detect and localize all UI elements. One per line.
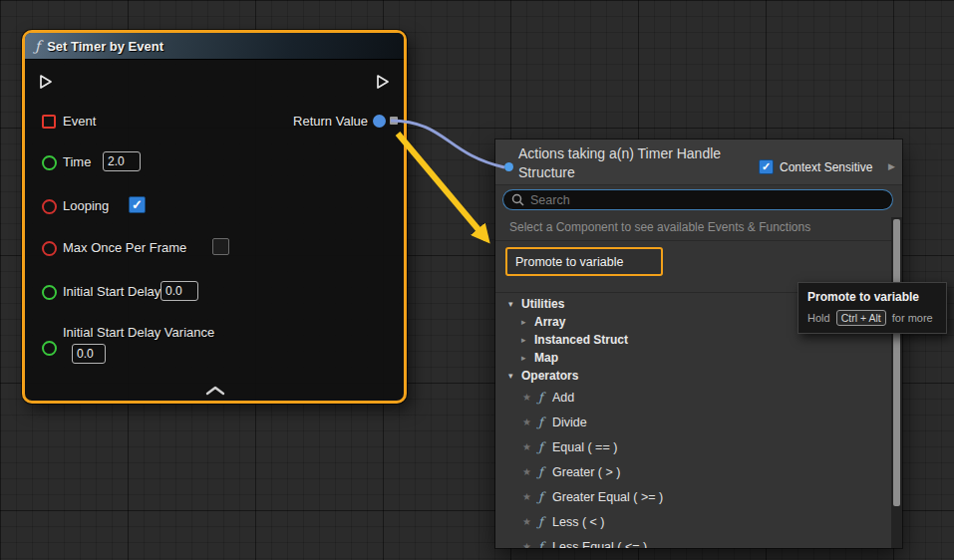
tooltip-hint: Hold Ctrl + Alt for more: [807, 310, 937, 326]
node-title: Set Timer by Event: [47, 39, 163, 54]
tree-item-label: Greater Equal ( >= ): [552, 490, 663, 504]
chevron-right-icon: ▸: [521, 353, 534, 363]
tree-category-operators[interactable]: ▾ Operators: [495, 367, 891, 385]
favorite-star-icon[interactable]: ★: [522, 516, 538, 527]
looping-pin[interactable]: [42, 199, 57, 214]
function-icon: ƒ: [538, 415, 551, 429]
tree-item-label: Less Equal ( <= ): [552, 540, 647, 549]
pin-options-arrow-icon[interactable]: ▶: [888, 161, 895, 171]
tree-category-map[interactable]: ▸ Map: [495, 349, 891, 367]
favorite-star-icon[interactable]: ★: [522, 491, 538, 502]
function-icon: ƒ: [35, 38, 40, 54]
event-delegate-pin[interactable]: [42, 115, 56, 129]
tree-item-label: Divide: [552, 416, 587, 429]
exec-output-pin[interactable]: [375, 74, 391, 90]
initial-start-delay-variance-input[interactable]: [72, 344, 106, 364]
dragged-pin-icon: [504, 162, 513, 171]
search-box[interactable]: [502, 189, 893, 210]
return-value-pin-label: Return Value: [293, 114, 368, 130]
tree-item-less-equal[interactable]: ★ ƒ Less Equal ( <= ): [495, 534, 891, 548]
time-value-input[interactable]: [103, 151, 141, 171]
event-pin-label: Event: [63, 114, 96, 130]
function-icon: ƒ: [538, 439, 551, 454]
looping-checkbox[interactable]: ✓: [129, 196, 146, 213]
favorite-star-icon[interactable]: ★: [522, 541, 538, 548]
tree-item-add[interactable]: ★ ƒ Add: [495, 385, 891, 410]
tree-item-less[interactable]: ★ ƒ Less ( < ): [495, 509, 891, 534]
context-sensitive-label: Context Sensitive: [780, 160, 872, 174]
function-icon: ƒ: [538, 390, 551, 405]
tooltip-keycap: Ctrl + Alt: [836, 310, 886, 326]
tree-item-equal[interactable]: ★ ƒ Equal ( == ): [495, 434, 891, 459]
scrollbar[interactable]: [891, 217, 902, 548]
chevron-down-icon: ▾: [508, 371, 521, 381]
function-icon: ƒ: [538, 464, 551, 479]
context-menu-title: Actions taking a(n) Timer Handle Structu…: [518, 144, 753, 182]
collapse-node-chevron-icon[interactable]: [204, 385, 226, 396]
search-icon: [511, 193, 524, 206]
function-icon: ƒ: [538, 489, 551, 504]
initial-start-delay-pin[interactable]: [42, 285, 57, 300]
favorite-star-icon[interactable]: ★: [522, 441, 538, 452]
chevron-right-icon: ▸: [521, 335, 534, 345]
context-menu-title-line2: Structure: [518, 163, 753, 182]
chevron-down-icon: ▾: [508, 299, 521, 309]
tree-item-label: Equal ( == ): [552, 440, 617, 454]
function-icon: ƒ: [538, 514, 551, 529]
return-value-pin[interactable]: [373, 115, 386, 128]
tooltip: Promote to variable Hold Ctrl + Alt for …: [797, 282, 947, 334]
blueprint-node-set-timer-by-event[interactable]: ƒ Set Timer by Event Event Return Value …: [22, 30, 407, 404]
time-pin-label: Time: [63, 154, 91, 170]
function-icon: ƒ: [538, 539, 551, 548]
tree-item-label: Less ( < ): [552, 515, 604, 529]
favorite-star-icon[interactable]: ★: [522, 466, 538, 477]
tooltip-suffix-text: for more: [892, 312, 933, 324]
component-hint-text: Select a Component to see available Even…: [509, 220, 810, 234]
check-icon: ✓: [132, 198, 143, 211]
time-pin[interactable]: [42, 155, 57, 170]
favorite-star-icon[interactable]: ★: [522, 417, 538, 427]
tree-category-label: Utilities: [521, 297, 564, 311]
promote-to-variable-button[interactable]: Promote to variable: [505, 247, 663, 276]
tree-category-label: Instanced Struct: [534, 333, 628, 347]
tooltip-hold-text: Hold: [807, 312, 830, 324]
tree-category-label: Operators: [521, 369, 578, 383]
tree-item-label: Add: [552, 391, 574, 405]
initial-start-delay-variance-pin-label: Initial Start Delay Variance: [63, 325, 214, 341]
check-icon: ✓: [762, 161, 771, 172]
tree-item-label: Greater ( > ): [552, 465, 620, 479]
context-menu-title-line1: Actions taking a(n) Timer Handle: [518, 144, 753, 163]
tree-item-divide[interactable]: ★ ƒ Divide: [495, 410, 891, 434]
tree-category-label: Map: [534, 351, 558, 365]
chevron-right-icon: ▸: [521, 317, 534, 327]
promote-to-variable-label: Promote to variable: [515, 255, 623, 269]
context-menu-header: Actions taking a(n) Timer Handle Structu…: [495, 140, 902, 185]
context-menu: Actions taking a(n) Timer Handle Structu…: [495, 140, 902, 548]
initial-start-delay-variance-pin[interactable]: [42, 341, 57, 356]
max-once-per-frame-pin-label: Max Once Per Frame: [63, 240, 186, 256]
context-sensitive-checkbox[interactable]: ✓: [759, 159, 774, 174]
initial-start-delay-pin-label: Initial Start Delay: [63, 284, 160, 300]
initial-start-delay-input[interactable]: [160, 281, 198, 301]
looping-pin-label: Looping: [63, 198, 109, 214]
node-header[interactable]: ƒ Set Timer by Event: [25, 33, 404, 60]
tree-item-greater-equal[interactable]: ★ ƒ Greater Equal ( >= ): [495, 484, 891, 509]
exec-input-pin[interactable]: [38, 74, 54, 90]
favorite-star-icon[interactable]: ★: [522, 392, 538, 403]
search-input[interactable]: [530, 193, 884, 207]
tree-item-greater[interactable]: ★ ƒ Greater ( > ): [495, 459, 891, 484]
divider: [495, 240, 891, 241]
tooltip-title: Promote to variable: [807, 290, 937, 304]
max-once-per-frame-checkbox[interactable]: ✓: [212, 238, 229, 255]
tree-category-label: Array: [534, 315, 565, 329]
max-once-per-frame-pin[interactable]: [42, 241, 57, 256]
scrollbar-thumb[interactable]: [893, 219, 900, 506]
